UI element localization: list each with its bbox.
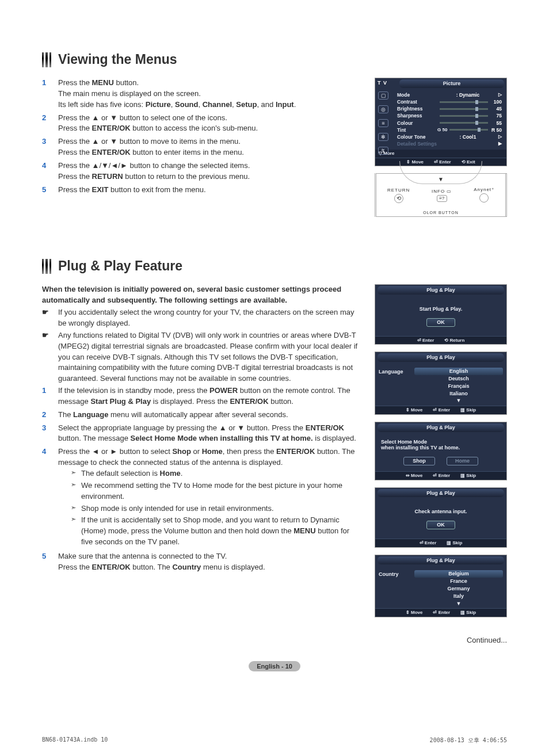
osd-enter-hint: Enter: [439, 610, 450, 615]
chevron-right-icon: ▶: [498, 141, 502, 147]
step-number: 3: [42, 136, 58, 158]
osd-row-label: Tint: [397, 127, 437, 133]
step-number: 2: [42, 410, 58, 421]
osd-row: Colour55: [397, 120, 502, 127]
bullet-text: If the unit is accidentally set to Shop …: [81, 515, 361, 548]
continued-label: Continued...: [42, 624, 507, 650]
step-number: 4: [42, 446, 58, 549]
osd-skip-hint: Skip: [466, 610, 476, 615]
osd-row-label: Sharpness: [397, 113, 437, 119]
step-line: If the television is in standby mode, pr…: [58, 385, 361, 407]
input-mode-icon: ↯: [378, 147, 388, 155]
step-line: Press the EXIT button to exit from the m…: [58, 185, 361, 196]
doc-footer-left: BN68-01743A.indb 10: [42, 736, 108, 744]
bullet-text: Shop mode is only intended for use in re…: [81, 503, 361, 514]
osd-row: Mode: Dynamic▷: [397, 91, 502, 98]
osd-picture-menu: T V Picture ▢ ◎ ≡ ✻ ↯ Mode: Dynamic▷Cont…: [375, 78, 507, 166]
osd-slider: [449, 129, 488, 131]
osd-mode-msg1: Select Home Mode: [381, 439, 501, 445]
heading-viewing: Viewing the Menus: [58, 52, 177, 67]
plugplay-intro: When the television is initially powered…: [42, 284, 361, 306]
step-line: The Language menu will automatically app…: [58, 410, 361, 421]
step-line: Press the ▲ or ▼ button to move to items…: [58, 136, 361, 147]
osd-tab: Plug & Play: [378, 286, 504, 295]
osd-slider: [440, 101, 488, 103]
step-number: 1: [42, 385, 58, 407]
chevron-down-icon: ▼: [414, 600, 503, 608]
step: 5Make sure that the antenna is connected…: [42, 551, 361, 573]
osd-mode-msg2: when installing this TV at home.: [381, 445, 501, 451]
step: 2Press the ▲ or ▼ button to select one o…: [42, 113, 361, 135]
osd-language-label: Language: [379, 368, 414, 404]
osd-option: Français: [414, 383, 503, 390]
info-button-icon: ≡?: [437, 195, 447, 202]
osd-tab: Plug & Play: [378, 423, 504, 432]
osd-move-hint: Move: [411, 610, 422, 615]
osd-skip-hint: Skip: [466, 407, 476, 413]
anynet-button-icon: [479, 193, 489, 203]
osd-row-label: Detailed Settings: [397, 141, 437, 147]
osd-row-value: : Dynamic: [456, 92, 480, 98]
note-text: Any functions related to Digital TV (DVB…: [58, 330, 361, 384]
osd-move-hint: Move: [411, 473, 422, 478]
osd-row: Contrast100: [397, 98, 502, 105]
osd-return-hint: Return: [450, 338, 465, 343]
sub-bullet: ➣The default selection is Home.: [71, 468, 361, 479]
osd-option: France: [414, 578, 503, 585]
osd-enter-hint: Enter: [439, 473, 450, 478]
osd-shop-button: Shop: [403, 457, 435, 465]
step-line: Press the ▲ or ▼ button to select one of…: [58, 113, 361, 124]
return-label: RETURN: [387, 188, 410, 193]
down-arrow-icon: ▼: [438, 176, 444, 182]
osd-row-value: 75: [490, 113, 502, 119]
page-number-text: English - 10: [249, 661, 300, 671]
osd-antenna-check: Plug & Play Check antenna input. OK ⏎ En…: [375, 487, 507, 548]
osd-row-value: R 50: [490, 127, 502, 133]
chevron-right-icon: ▷: [498, 92, 502, 98]
sub-bullet: ➣If the unit is accidentally set to Shop…: [71, 515, 361, 548]
step-line: Press the MENU button.: [58, 78, 361, 89]
sound-mode-icon: ◎: [378, 105, 388, 113]
bullet-arrow-icon: ➣: [71, 515, 81, 548]
osd-tab: Plug & Play: [378, 556, 504, 565]
pointer-icon: ☛: [42, 307, 58, 329]
bullet-arrow-icon: ➣: [71, 503, 81, 514]
step-line: Press the ◄ or ► button to select Shop o…: [58, 446, 361, 468]
osd-row-value: 100: [490, 99, 502, 105]
osd-tab-picture: Picture: [399, 79, 504, 88]
step: 2The Language menu will automatically ap…: [42, 410, 361, 421]
osd-start-plugplay: Plug & Play Start Plug & Play. OK ⏎ Ente…: [375, 284, 507, 345]
remote-control-snippet: ▼ RETURN ⟲ INFO ▭ ≡? Anynet⁺ OLOR BUTTON: [375, 173, 507, 217]
step-line: Its left side has five icons: Picture, S…: [58, 100, 361, 110]
bullet-text: We recommend setting the TV to Home mode…: [81, 480, 361, 502]
caution-note: ☛Any functions related to Digital TV (DV…: [42, 330, 361, 384]
step-line: Select the appropriate language by press…: [58, 423, 361, 445]
step-line: Make sure that the antenna is connected …: [58, 551, 361, 562]
osd-home-button: Home: [447, 457, 478, 465]
step-line: Press the ENTER/OK button. The Country m…: [58, 562, 361, 573]
osd-ok-button: OK: [426, 318, 455, 327]
osd-start-msg: Start Plug & Play.: [375, 297, 506, 315]
step-line: Press the ENTER/OK button to access the …: [58, 123, 361, 134]
info-label: INFO: [432, 189, 445, 194]
osd-option: Germany: [414, 585, 503, 593]
osd-sidebar-icons: ▢ ◎ ≡ ✻ ↯: [376, 89, 390, 158]
step-number: 5: [42, 185, 58, 196]
osd-language-menu: Plug & Play Language EnglishDeutschFranç…: [375, 352, 507, 414]
viewing-body: 1Press the MENU button.The main menu is …: [42, 78, 361, 224]
step: 3Select the appropriate language by pres…: [42, 423, 361, 445]
osd-antenna-msg: Check antenna input.: [375, 499, 506, 517]
pointer-icon: ☛: [42, 330, 58, 384]
step-number: 2: [42, 113, 58, 135]
osd-enter-hint: Enter: [439, 407, 450, 413]
osd-row-value: 55: [490, 120, 502, 126]
heading-plugplay: Plug & Play Feature: [58, 258, 182, 274]
page-number-pill: English - 10: [42, 662, 507, 670]
osd-row-label: Colour: [397, 120, 437, 126]
step-line: Press the RETURN button to return to the…: [58, 171, 361, 182]
osd-option: Italy: [414, 593, 503, 600]
osd-tab: Plug & Play: [378, 489, 504, 498]
osd-ok-button: OK: [426, 521, 455, 529]
step: 4Press the ◄ or ► button to select Shop …: [42, 446, 361, 549]
step-number: 1: [42, 78, 58, 110]
